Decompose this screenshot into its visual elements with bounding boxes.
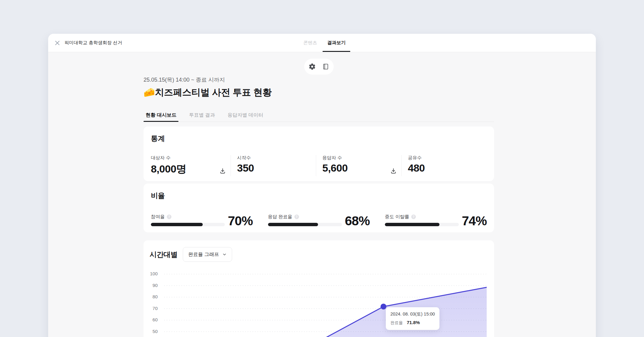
ratio-label: 응답 완료율 xyxy=(268,214,292,220)
timeline-header: 시간대별 완료율 그래프 xyxy=(150,247,488,262)
stat-label: 응답자 수 xyxy=(322,155,401,161)
stat-value: 8,000명 xyxy=(151,162,231,176)
tooltip-value: 71.8% xyxy=(407,320,420,325)
stat-value: 350 xyxy=(237,162,316,174)
tooltip-label: 완료율 xyxy=(390,320,403,326)
book-button[interactable] xyxy=(321,62,330,71)
content-area: 25.05.15(목) 14:00 ~ 종료 시까지 🧀치즈페스티벌 사전 투표… xyxy=(48,52,596,337)
settings-button[interactable] xyxy=(308,62,316,71)
tab-contents[interactable]: 콘텐츠 xyxy=(303,34,318,52)
ratio-left: 응답 완료율 ? xyxy=(268,214,342,226)
stats-heading: 통계 xyxy=(151,134,487,143)
window-topbar: 픽미대학교 총학생회장 선거 콘텐츠 결과보기 xyxy=(48,34,596,52)
book-icon xyxy=(322,63,329,70)
ratio-heading: 비율 xyxy=(151,191,487,200)
y-axis-tick-label: 80 xyxy=(150,294,158,299)
tab-status-dashboard[interactable]: 현황 대시보드 xyxy=(144,109,178,122)
download-icon xyxy=(390,168,397,174)
ratio-left: 참여율 ? xyxy=(151,214,225,226)
progress-fill xyxy=(151,223,203,226)
stat-label: 대상자 수 xyxy=(151,155,231,161)
stat-label: 공유수 xyxy=(408,155,487,161)
ratio-card: 비율 참여율 ? xyxy=(144,184,494,232)
chevron-down-icon xyxy=(222,252,227,257)
close-icon xyxy=(54,40,60,46)
timeline-heading: 시간대별 xyxy=(150,250,178,259)
tab-results-by-vote[interactable]: 투표별 결과 xyxy=(187,109,217,122)
timeline-card: 시간대별 완료율 그래프 xyxy=(144,240,494,337)
y-axis-tick-label: 90 xyxy=(150,283,158,288)
help-icon[interactable]: ? xyxy=(411,215,416,219)
page-title: 🧀치즈페스티벌 사전 투표 현황 xyxy=(144,86,494,99)
stats-row: 대상자 수 8,000명 시작수 350 xyxy=(151,155,487,176)
gear-icon xyxy=(309,63,316,70)
close-button[interactable] xyxy=(52,38,63,48)
download-icon xyxy=(219,168,226,174)
ratio-value: 70% xyxy=(228,216,253,226)
ratio-label: 중도 이탈률 xyxy=(385,214,409,220)
survey-period: 25.05.15(목) 14:00 ~ 종료 시까지 xyxy=(144,76,494,83)
ratio-row: 참여율 ? 70% xyxy=(151,214,487,226)
survey-results-window: 픽미대학교 총학생회장 선거 콘텐츠 결과보기 xyxy=(48,34,596,337)
timeline-plot: 2024. 08. 03(토) 15:00 완료율 71.8% 10090807… xyxy=(150,266,488,337)
topbar-tabs: 콘텐츠 결과보기 xyxy=(303,34,350,52)
progress-bar xyxy=(385,223,459,226)
graph-type-dropdown[interactable]: 완료율 그래프 xyxy=(183,247,232,262)
stat-targets: 대상자 수 8,000명 xyxy=(151,155,231,176)
help-icon[interactable]: ? xyxy=(294,215,299,219)
highlighted-data-point[interactable] xyxy=(381,304,386,309)
completion-area-fill xyxy=(279,287,487,337)
page-background: 픽미대학교 총학생회장 선거 콘텐츠 결과보기 xyxy=(0,0,644,337)
progress-fill xyxy=(268,223,318,226)
download-respondents-button[interactable] xyxy=(390,168,397,175)
y-axis-tick-label: 50 xyxy=(150,329,158,334)
stat-shares: 공유수 480 xyxy=(401,155,487,176)
ratio-completion: 응답 완료율 ? 68% xyxy=(268,214,370,226)
stat-value: 480 xyxy=(408,162,487,174)
content-column: 25.05.15(목) 14:00 ~ 종료 시까지 🧀치즈페스티벌 사전 투표… xyxy=(144,59,494,337)
chart-tooltip: 2024. 08. 03(토) 15:00 완료율 71.8% xyxy=(386,307,439,330)
y-axis-tick-label: 70 xyxy=(150,306,158,311)
tooltip-datetime: 2024. 08. 03(토) 15:00 xyxy=(390,311,435,317)
ratio-label: 참여율 xyxy=(151,214,165,220)
help-icon[interactable]: ? xyxy=(167,215,171,219)
ratio-left: 중도 이탈률 ? xyxy=(385,214,459,226)
download-targets-button[interactable] xyxy=(219,168,226,175)
progress-bar xyxy=(151,223,225,226)
tab-respondent-data[interactable]: 응답자별 데이터 xyxy=(225,109,265,122)
y-axis-tick-label: 60 xyxy=(150,317,158,322)
action-pill xyxy=(304,59,334,75)
stat-label: 시작수 xyxy=(237,155,316,161)
graph-type-value: 완료율 그래프 xyxy=(188,251,219,258)
ratio-value: 68% xyxy=(345,216,370,226)
y-axis-tick-label: 100 xyxy=(150,271,158,276)
stat-starts: 시작수 350 xyxy=(231,155,316,176)
ratio-dropout: 중도 이탈률 ? 74% xyxy=(385,214,487,226)
tab-view-results[interactable]: 결과보기 xyxy=(323,34,350,52)
progress-bar xyxy=(268,223,342,226)
ratio-participation: 참여율 ? 70% xyxy=(151,214,253,226)
progress-fill xyxy=(385,223,439,226)
dashboard-tabs: 현황 대시보드 투표별 결과 응답자별 데이터 xyxy=(144,109,494,122)
stat-respondents: 응답자 수 5,600 xyxy=(316,155,401,176)
stats-card: 통계 대상자 수 8,000명 시작수 xyxy=(144,126,494,181)
ratio-value: 74% xyxy=(462,216,487,226)
window-title: 픽미대학교 총학생회장 선거 xyxy=(64,40,122,46)
